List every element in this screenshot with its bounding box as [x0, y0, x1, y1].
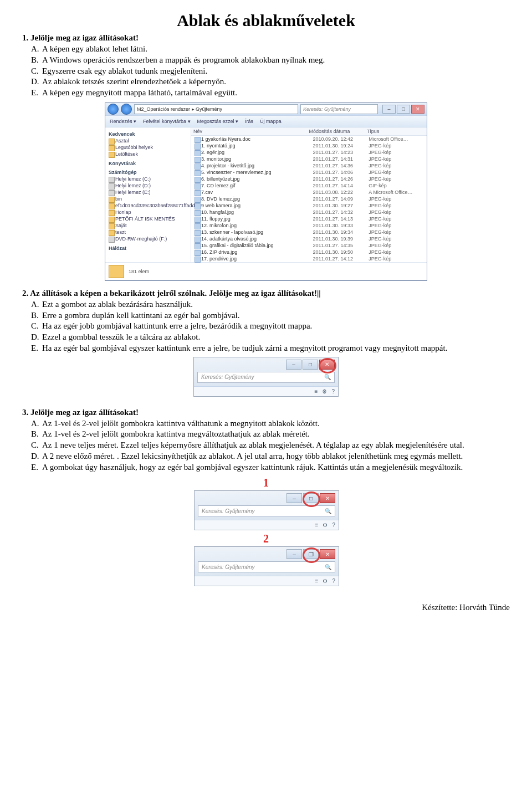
snip1-minimize-button[interactable]: –: [287, 493, 302, 503]
file-name: 3. monitor.jpg: [193, 156, 313, 162]
col-name[interactable]: Név: [193, 129, 309, 134]
view-help-icon[interactable]: ?: [332, 578, 335, 584]
q1-opt-b: A Windows operációs rendszerben a mappák…: [42, 55, 325, 64]
table-row[interactable]: 17. pendrive.jpg2011.01.27. 14:12JPEG-ké…: [191, 255, 427, 262]
toolbar-include[interactable]: Felvétel könyvtárba ▾: [143, 119, 191, 124]
maximize-button[interactable]: □: [397, 105, 410, 114]
q1-head: 1. Jelölje meg az igaz állításokat!: [22, 33, 510, 43]
table-row[interactable]: 5. vincseszter - merevlemez.jpg2011.01.2…: [191, 169, 427, 176]
table-row[interactable]: 15. grafikai - digitalizáló tábla.jpg201…: [191, 242, 427, 249]
col-date[interactable]: Módosítás dátuma: [309, 129, 367, 134]
file-date: 2011.01.27. 14:36: [313, 163, 369, 168]
file-type: JPEG-kép: [369, 170, 424, 175]
address-bar[interactable]: M2_Operációs rendszer ▸ Gyűjtemény: [134, 104, 298, 114]
snip2-close-button[interactable]: ✕: [320, 549, 335, 559]
sidebar-item-sajat[interactable]: Saját: [106, 222, 190, 229]
nav-forward-button[interactable]: [121, 104, 132, 115]
sidebar-item-drive-e[interactable]: Helyi lemez (E:): [106, 189, 190, 196]
table-row[interactable]: 1. nyomtató.jpg2011.01.30. 19:24JPEG-kép: [191, 142, 427, 149]
q2-opt-c: Ha az egér jobb gombjával kattintunk err…: [42, 321, 312, 330]
snip2-minimize-button[interactable]: –: [287, 549, 302, 559]
table-row[interactable]: 12. mikrofon.jpg2011.01.30. 19:33JPEG-ké…: [191, 222, 427, 229]
table-row[interactable]: 3. monitor.jpg2011.01.27. 14:31JPEG-kép: [191, 156, 427, 162]
sidebar-computer-head[interactable]: Számítógép: [109, 170, 190, 175]
sidebar-item-petofi[interactable]: PETŐFI ÁLT ISK MENTÉS: [106, 216, 190, 222]
sidebar-item-drive-d[interactable]: Helyi lemez (D:): [106, 182, 190, 189]
sidebar-item-desktop[interactable]: Asztal: [106, 137, 190, 144]
file-type: A Microsoft Office…: [369, 190, 424, 195]
file-date: 2011.01.30. 19:33: [313, 223, 369, 228]
explorer-main: Név Módosítás dátuma Típus 1 gyakorlás N…: [191, 127, 427, 262]
table-row[interactable]: 8. DVD lemez.jpg2011.01.27. 14:09JPEG-ké…: [191, 196, 427, 202]
col-type[interactable]: Típus: [367, 129, 424, 134]
snip-search-placeholder: Keresés: Gyűjtemény: [201, 374, 254, 380]
file-date: 2011.01.30. 19:34: [313, 229, 369, 235]
table-row[interactable]: 14. adatkártya olvasó.jpg2011.01.30. 19:…: [191, 235, 427, 242]
file-type: JPEG-kép: [369, 229, 424, 235]
table-row[interactable]: 11. floppy.jpg2011.01.27. 14:13JPEG-kép: [191, 216, 427, 222]
table-row[interactable]: 6. billentyűzet.jpg2011.01.27. 14:26JPEG…: [191, 176, 427, 182]
table-row[interactable]: 16. ZIP drive.jpg2011.01.30. 19:50JPEG-k…: [191, 249, 427, 255]
file-name: 12. mikrofon.jpg: [193, 223, 313, 228]
sidebar-libraries-head[interactable]: Könyvtárak: [109, 161, 190, 166]
toolbar-share[interactable]: Megosztás ezzel ▾: [197, 119, 239, 124]
minimize-button[interactable]: –: [382, 105, 396, 114]
view-gear-icon[interactable]: ⚙: [322, 388, 327, 395]
table-row[interactable]: 4. projektor - kivetítő.jpg2011.01.27. 1…: [191, 162, 427, 169]
close-button[interactable]: ✕: [411, 105, 424, 114]
file-date: 2011.01.27. 14:23: [313, 150, 369, 155]
snip-search-input[interactable]: Keresés: Gyűjtemény 🔍: [197, 372, 335, 383]
toolbar-burn[interactable]: Írás: [245, 119, 253, 124]
table-row[interactable]: 9 web kamera.jpg2011.01.30. 19:27JPEG-ké…: [191, 202, 427, 209]
file-type: JPEG-kép: [369, 209, 424, 215]
file-type: JPEG-kép: [369, 163, 424, 168]
sidebar-item-hash[interactable]: ef1d019cd339c303b66f288c71ffadd4: [106, 202, 190, 209]
q2-opt-b: Erre a gombra duplán kell kattintani az …: [42, 311, 240, 320]
explorer-rows: 1 gyakorlás Nyers.doc2010.09.20. 12:42Mi…: [191, 136, 427, 262]
sidebar-item-honlap[interactable]: Honlap: [106, 209, 190, 216]
snip2-search-input[interactable]: Keresés: Gyűjtemény 🔍: [198, 561, 335, 572]
sidebar-favorites-head[interactable]: Kedvencek: [109, 131, 190, 137]
snip-close-button[interactable]: ✕: [319, 360, 335, 370]
snip-maximize-button[interactable]: □: [303, 360, 318, 370]
table-row[interactable]: 2. egér.jpg2011.01.27. 14:23JPEG-kép: [191, 149, 427, 156]
table-row[interactable]: 13. szkenner - lapolvasó.jpg2011.01.30. …: [191, 229, 427, 235]
snip-minimize-button[interactable]: –: [286, 360, 301, 370]
view-gear-icon[interactable]: ⚙: [323, 522, 328, 528]
sidebar-item-recent[interactable]: Legutóbbi helyek: [106, 144, 190, 151]
sidebar-item-bin[interactable]: bin: [106, 196, 190, 202]
snip2-restore-button[interactable]: ❐: [303, 549, 319, 559]
sidebar-item-teszt[interactable]: teszt: [106, 229, 190, 235]
sidebar-network-head[interactable]: Hálózat: [109, 245, 190, 251]
table-row[interactable]: 1 gyakorlás Nyers.doc2010.09.20. 12:42Mi…: [191, 136, 427, 142]
search-input[interactable]: Keresés: Gyűjtemény: [300, 104, 378, 114]
file-date: 2011.01.30. 19:50: [313, 249, 369, 255]
view-list-icon[interactable]: ≡: [315, 578, 319, 584]
sidebar-item-dvd[interactable]: DVD-RW-meghajtó (F:): [106, 235, 190, 242]
table-row[interactable]: 7.csv2011.03.08. 12:22A Microsoft Office…: [191, 189, 427, 196]
view-help-icon[interactable]: ?: [332, 522, 335, 528]
nav-back-button[interactable]: [108, 104, 119, 115]
view-list-icon[interactable]: ≡: [315, 388, 318, 395]
toolbar-newfolder[interactable]: Új mappa: [260, 119, 282, 124]
file-name: 6. billentyűzet.jpg: [193, 176, 313, 182]
snip1-search-input[interactable]: Keresés: Gyűjtemény 🔍: [198, 505, 335, 516]
q2-head: 2. Az állítások a képen a bekarikázott j…: [22, 289, 510, 298]
view-gear-icon[interactable]: ⚙: [323, 578, 328, 584]
sidebar-item-drive-c[interactable]: Helyi lemez (C:): [106, 176, 190, 182]
file-name: 7.csv: [193, 190, 313, 195]
file-type: JPEG-kép: [369, 236, 424, 242]
explorer-toolbar: Rendezés ▾ Felvétel könyvtárba ▾ Megoszt…: [105, 115, 427, 127]
file-type: JPEG-kép: [369, 156, 424, 162]
toolbar-organize[interactable]: Rendezés ▾: [110, 119, 136, 124]
table-row[interactable]: 10. hangfal.jpg2011.01.27. 14:32JPEG-kép: [191, 209, 427, 216]
q3-opt-b: Az 1-vel és 2-vel jelölt gombokra kattin…: [42, 429, 310, 438]
table-row[interactable]: 7. CD lemez.gif2011.01.27. 14:14GIF-kép: [191, 182, 427, 189]
snip1-close-button[interactable]: ✕: [320, 493, 335, 503]
sidebar-item-downloads[interactable]: Letöltések: [106, 151, 190, 157]
view-list-icon[interactable]: ≡: [315, 522, 319, 528]
folder-icon: [109, 265, 124, 278]
snip1-maximize-button[interactable]: □: [303, 493, 319, 503]
q2-opt-d: Ezzel a gombbal tesszük le a tálcára az …: [42, 332, 200, 341]
view-help-icon[interactable]: ?: [331, 388, 335, 395]
